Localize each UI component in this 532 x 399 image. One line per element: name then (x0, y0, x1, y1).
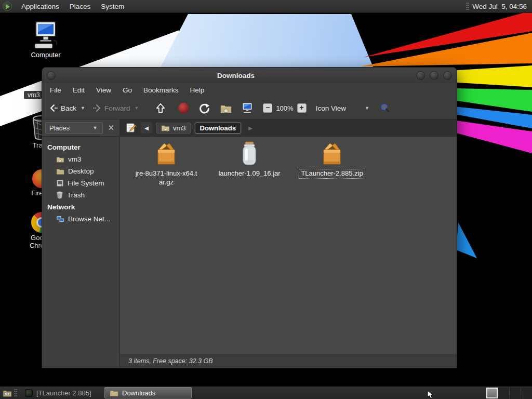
tlauncher-app-icon (25, 389, 33, 397)
computer-monitor-icon (24, 21, 68, 50)
reload-button[interactable] (196, 101, 212, 116)
close-button[interactable] (443, 71, 452, 80)
top-panel: Applications Places System Wed Jul 5, 04… (0, 0, 532, 13)
filesystem-drive-icon (56, 179, 64, 187)
toolbar: Back ▼ Forward ▼ (42, 97, 457, 119)
workspace-switcher (486, 388, 532, 398)
network-computers-icon (56, 216, 64, 223)
tasklist-drag-handle[interactable] (14, 389, 17, 397)
search-magnifier-icon (380, 103, 390, 113)
status-text: 3 items, Free space: 32.3 GB (128, 357, 213, 365)
arrow-right-icon (92, 103, 102, 113)
menu-go[interactable]: Go (117, 84, 138, 96)
folder-icon (56, 168, 64, 175)
forward-history-dropdown[interactable]: ▼ (132, 105, 140, 111)
breadcrumb-vm3[interactable]: vm3 (156, 123, 191, 134)
distro-menu-icon[interactable] (3, 2, 12, 11)
menu-places[interactable]: Places (64, 1, 96, 12)
places-sidebar: Computer vm3 Desktop (42, 137, 120, 368)
menu-help[interactable]: Help (184, 84, 210, 96)
location-row: Places ▼ ✕ ◀ vm3 Down (42, 119, 457, 137)
view-mode-selector[interactable]: Icon View (313, 102, 349, 114)
arrow-left-icon (49, 103, 58, 113)
window-title: Downloads (56, 72, 416, 79)
breadcrumb-downloads[interactable]: Downloads (195, 123, 241, 134)
jar-file-icon (238, 141, 261, 167)
back-history-dropdown[interactable]: ▼ (79, 105, 87, 111)
home-folder-icon (161, 124, 170, 131)
path-scroll-right[interactable]: ▶ (245, 122, 256, 134)
sidebar-item-trash[interactable]: Trash (42, 189, 119, 201)
maximize-button[interactable] (430, 71, 438, 80)
trash-can-icon (56, 191, 63, 199)
archive-package-icon (320, 141, 344, 167)
sidebar-section-network: Network (42, 201, 119, 213)
archive-package-icon (154, 141, 179, 167)
desktop-icon-vm3-label[interactable]: vm3 (24, 91, 44, 99)
up-button[interactable] (153, 100, 168, 116)
menu-bookmarks[interactable]: Bookmarks (138, 84, 184, 96)
applet-drag-handle[interactable] (466, 2, 469, 10)
edit-pencil-icon (126, 123, 136, 133)
sidebar-item-filesystem[interactable]: File System (42, 177, 119, 189)
view-mode-dropdown[interactable]: ▼ (363, 105, 371, 111)
search-button[interactable] (377, 101, 393, 115)
arrow-up-icon (155, 102, 166, 114)
file-item-launcher-jar[interactable]: launcher-1.09_16.jar (213, 141, 286, 178)
places-combo[interactable]: Places ▼ (45, 122, 103, 134)
computer-monitor-icon (241, 102, 254, 114)
file-item-tlauncher-zip[interactable]: TLauncher-2.885.zip (296, 141, 368, 178)
show-desktop-icon (3, 389, 12, 397)
folder-icon (110, 389, 118, 396)
clock[interactable]: Wed Jul 5, 04:56 (471, 3, 532, 10)
bottom-panel: [TLauncher 2.885] Downloads (0, 386, 532, 399)
home-button[interactable] (218, 101, 234, 115)
titlebar[interactable]: Downloads (42, 68, 457, 83)
workspace-2[interactable] (498, 388, 509, 398)
home-folder-icon (56, 156, 64, 163)
workspace-4[interactable] (521, 388, 532, 398)
desktop-icon-computer[interactable]: Computer (24, 21, 68, 59)
menubar: File Edit View Go Bookmarks Help (42, 83, 457, 97)
task-button-downloads[interactable]: Downloads (104, 387, 192, 398)
computer-button[interactable] (238, 100, 256, 116)
zoom-in-plus-icon: + (297, 103, 307, 113)
close-sidebar-button[interactable]: ✕ (105, 123, 116, 132)
file-name: jre-8u371-linux-x64.tar.gz (134, 169, 198, 187)
breadcrumb: ◀ vm3 Downloads ▶ (120, 119, 457, 136)
path-scroll-left[interactable]: ◀ (141, 122, 152, 134)
edit-location-button[interactable] (125, 122, 137, 134)
minimize-button[interactable] (416, 71, 425, 80)
chevron-down-icon: ▼ (91, 125, 99, 130)
stop-octagon-icon (178, 103, 189, 113)
menu-file[interactable]: File (44, 84, 67, 96)
file-item-jre-archive[interactable]: jre-8u371-linux-x64.tar.gz (130, 141, 203, 187)
sidebar-item-browse-network[interactable]: Browse Net... (42, 213, 119, 225)
reload-arrow-icon (199, 103, 210, 114)
home-folder-icon (220, 103, 232, 113)
workspace-3[interactable] (509, 388, 521, 398)
file-view[interactable]: jre-8u371-linux-x64.tar.gz launcher-1.09… (120, 137, 457, 354)
forward-button[interactable]: Forward (90, 101, 133, 115)
workspace-1[interactable] (486, 388, 498, 398)
sidebar-item-vm3[interactable]: vm3 (42, 153, 119, 165)
file-name: TLauncher-2.885.zip (299, 169, 364, 178)
menu-edit[interactable]: Edit (67, 84, 90, 96)
file-manager-window: Downloads File Edit View Go Bookmarks He… (42, 67, 457, 368)
zoom-out-button[interactable]: − (260, 101, 275, 115)
window-menu-button[interactable] (47, 71, 56, 80)
sidebar-item-desktop[interactable]: Desktop (42, 165, 119, 177)
stop-button[interactable] (176, 101, 191, 115)
back-button[interactable]: Back (46, 101, 79, 115)
file-name: launcher-1.09_16.jar (218, 169, 280, 178)
status-bar: 3 items, Free space: 32.3 GB (120, 354, 457, 368)
menu-applications[interactable]: Applications (16, 1, 64, 12)
task-button-tlauncher[interactable]: [TLauncher 2.885] (20, 387, 102, 398)
zoom-in-button[interactable]: + (295, 101, 309, 115)
zoom-level: 100% (275, 104, 294, 112)
menu-view[interactable]: View (90, 84, 117, 96)
menu-system[interactable]: System (96, 1, 129, 12)
sidebar-section-computer: Computer (42, 141, 119, 153)
desktop-icon-label: Computer (24, 51, 68, 59)
show-desktop-button[interactable] (3, 389, 12, 397)
